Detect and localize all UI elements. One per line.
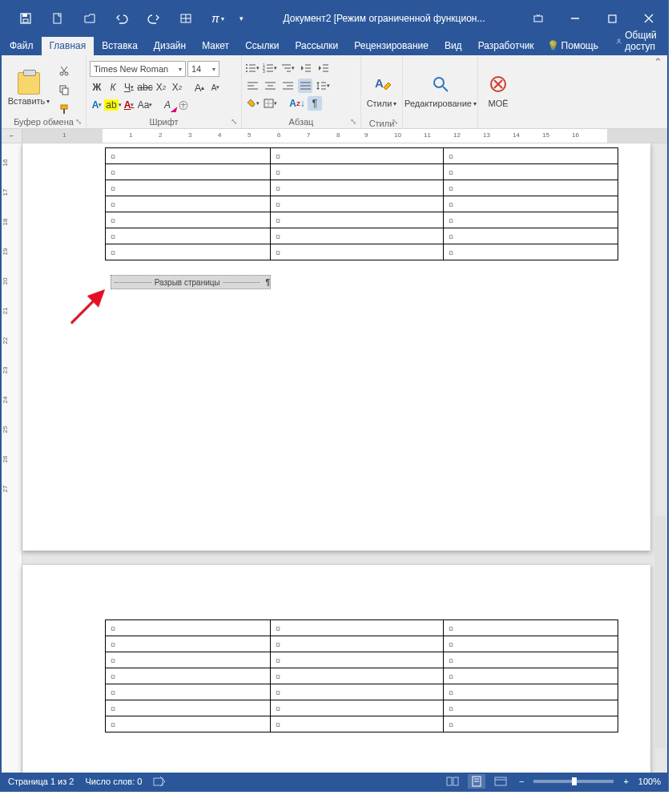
tab-mailings[interactable]: Рассылки [287,37,346,55]
table-cell[interactable]: ¤ [444,620,618,636]
font-name-selector[interactable]: Times New Roman▾ [90,61,186,77]
tab-review[interactable]: Рецензирование [346,37,437,55]
table-cell[interactable]: ¤ [444,212,618,228]
tab-layout[interactable]: Макет [194,37,237,55]
styles-button[interactable]: A Стили▾ [364,63,399,119]
tab-help[interactable]: 💡Помощь [542,37,606,55]
change-case-button[interactable]: Aa▾ [138,98,152,112]
table-cell[interactable]: ¤ [271,212,444,228]
clipboard-dialog-launcher[interactable]: ⤡ [74,116,83,126]
table-cell[interactable]: ¤ [271,684,444,700]
table-cell[interactable]: ¤ [271,180,444,196]
font-dialog-launcher[interactable]: ⤡ [229,116,239,126]
qat-equation-button[interactable]: π▾ [202,2,234,35]
grow-font-button[interactable]: A▴ [192,80,207,95]
highlight-button[interactable]: ab▾ [106,98,120,112]
vertical-scrollbar[interactable]: ▾ [654,288,666,773]
tab-home[interactable]: Главная [42,37,95,55]
table-cell[interactable]: ¤ [106,180,271,196]
decrease-indent-button[interactable] [298,61,312,75]
view-web-layout-button[interactable] [492,774,509,789]
qat-customize-button[interactable]: ▾ [234,2,248,35]
table-cell[interactable]: ¤ [106,620,271,636]
status-page[interactable]: Страница 1 из 2 [8,777,74,786]
multilevel-list-button[interactable]: ▾ [280,61,295,75]
tab-view[interactable]: Вид [437,37,470,55]
table-cell[interactable]: ¤ [444,700,618,716]
table-cell[interactable]: ¤ [106,212,271,228]
table-cell[interactable]: ¤ [271,636,444,652]
view-print-layout-button[interactable] [468,774,485,789]
zoom-out-button[interactable]: − [516,777,527,786]
horizontal-ruler[interactable]: ⌐ 1 1 2 3 4 5 6 7 8 9 10 11 12 13 14 15 … [2,129,667,143]
table-cell[interactable]: ¤ [271,196,444,212]
zoom-level[interactable]: 100% [638,777,661,786]
table-cell[interactable]: ¤ [106,164,271,180]
line-spacing-button[interactable]: ▾ [316,79,330,93]
table-cell[interactable]: ¤ [444,652,618,668]
table-cell[interactable]: ¤ [444,180,618,196]
document-area[interactable]: 16 17 18 19 20 21 22 23 24 25 26 27 ¤¤¤¤… [2,143,667,773]
tab-design[interactable]: Дизайн [146,37,194,55]
clear-formatting-button[interactable]: A◢ [160,98,175,112]
copy-button[interactable] [56,83,72,97]
qat-undo-button[interactable] [106,2,138,35]
paragraph-dialog-launcher[interactable]: ⤡ [348,116,358,126]
table-cell[interactable]: ¤ [271,148,444,164]
underline-button[interactable]: Ч▾ [122,80,136,95]
page-1[interactable]: ¤¤¤¤¤¤¤¤¤¤¤¤¤¤¤¤¤¤¤¤¤ Разрыв страницы ¶ [22,143,650,551]
status-word-count[interactable]: Число слов: 0 [85,777,142,786]
italic-button[interactable]: К [106,80,120,95]
moe-addin-button[interactable]: МОЁ [481,63,515,119]
cut-button[interactable] [56,63,72,78]
table-cell[interactable]: ¤ [444,196,618,212]
borders-button[interactable]: ▾ [263,96,277,111]
page-break-marker[interactable]: Разрыв страницы ¶ [111,275,271,289]
table-cell[interactable]: ¤ [106,196,271,212]
tab-file[interactable]: Файл [2,37,42,55]
align-right-button[interactable] [280,79,295,93]
align-justify-button[interactable] [298,79,312,93]
table-cell[interactable]: ¤ [106,148,271,164]
styles-dialog-launcher[interactable]: ⤡ [390,116,400,126]
table-cell[interactable]: ¤ [271,700,444,716]
font-size-selector[interactable]: 14▾ [187,61,219,77]
qat-redo-button[interactable] [138,2,170,35]
table-cell[interactable]: ¤ [271,620,444,636]
subscript-button[interactable]: X2 [154,80,168,95]
numbering-button[interactable]: 123▾ [263,61,277,75]
ribbon-display-button[interactable] [520,2,557,35]
qat-table-button[interactable] [170,2,202,35]
table-cell[interactable]: ¤ [106,684,271,700]
bold-button[interactable]: Ж [90,80,104,95]
table-cell[interactable]: ¤ [444,636,618,652]
tab-developer[interactable]: Разработчик [470,37,542,55]
table-cell[interactable]: ¤ [271,652,444,668]
shading-button[interactable]: ▾ [245,96,260,111]
sort-button[interactable]: AZ↓ [290,96,304,111]
paste-button[interactable]: Вставить▾ [5,69,53,106]
align-center-button[interactable] [263,79,277,93]
table-cell[interactable]: ¤ [444,716,618,732]
editing-button[interactable]: Редактирование▾ [406,63,475,119]
increase-indent-button[interactable] [316,61,330,75]
qat-open-button[interactable] [74,2,106,35]
enclose-characters-button[interactable]: ㊉ [176,98,191,112]
table-page1[interactable]: ¤¤¤¤¤¤¤¤¤¤¤¤¤¤¤¤¤¤¤¤¤ [105,147,618,260]
status-spelling-icon[interactable] [153,776,166,787]
minimize-button[interactable] [557,2,594,35]
strikethrough-button[interactable]: abc [138,80,152,95]
bullets-button[interactable]: ▾ [245,61,260,75]
text-effects-button[interactable]: A▾ [90,98,104,112]
table-cell[interactable]: ¤ [271,716,444,732]
page-2[interactable]: ¤¤¤¤¤¤¤¤¤¤¤¤¤¤¤¤¤¤¤¤¤ [22,565,650,773]
table-cell[interactable]: ¤ [271,164,444,180]
vertical-ruler[interactable]: 16 17 18 19 20 21 22 23 24 25 26 27 [2,143,22,773]
qat-new-button[interactable] [42,2,74,35]
table-cell[interactable]: ¤ [106,668,271,684]
show-marks-button[interactable]: ¶ [308,96,322,111]
table-cell[interactable]: ¤ [106,636,271,652]
table-cell[interactable]: ¤ [106,244,271,260]
table-cell[interactable]: ¤ [106,228,271,244]
table-cell[interactable]: ¤ [271,668,444,684]
